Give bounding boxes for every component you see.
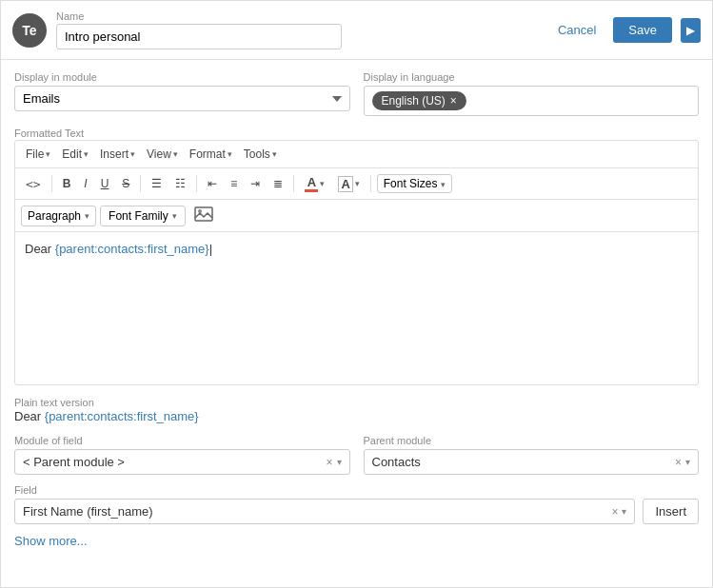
- bg-color-caret: ▾: [355, 179, 360, 188]
- module-of-field-group: Module of field < Parent module > × ▾: [14, 435, 350, 475]
- field-insert-row: Field First Name (first_name) × ▾ Insert: [14, 484, 699, 524]
- header-actions: Cancel Save ▶: [548, 17, 701, 43]
- image-icon: [194, 206, 213, 222]
- bold-button[interactable]: B: [58, 174, 76, 193]
- display-module-label: Display in module: [14, 71, 350, 83]
- display-row: Display in module Emails Display in lang…: [14, 71, 699, 116]
- parent-module-value: Contacts: [372, 455, 421, 469]
- editor-content: Dear {parent:contacts:first_name}|: [25, 242, 212, 256]
- strikethrough-button[interactable]: S: [117, 174, 134, 193]
- field-select[interactable]: First Name (first_name) × ▾: [14, 499, 635, 524]
- module-parent-row: Module of field < Parent module > × ▾ Pa…: [14, 435, 699, 475]
- ordered-list-button[interactable]: ☷: [170, 174, 190, 193]
- language-tag-text: English (US): [382, 94, 446, 108]
- svg-rect-0: [195, 207, 212, 221]
- module-of-field-value: < Parent module >: [23, 455, 125, 469]
- toolbar-row3: Paragraph ▾ Font Family ▾: [15, 200, 698, 232]
- formatted-text-label: Formatted Text: [14, 127, 84, 139]
- unordered-list-button[interactable]: ☰: [147, 174, 167, 193]
- underline-button[interactable]: U: [96, 174, 114, 193]
- view-menu-button[interactable]: View ▾: [142, 145, 183, 164]
- font-color-icon: A: [307, 175, 316, 189]
- body-content: Display in module Emails Display in lang…: [1, 60, 712, 559]
- paragraph-caret: ▾: [85, 211, 89, 221]
- italic-button[interactable]: I: [79, 174, 91, 193]
- formatted-text-section: Formatted Text File ▾ Edit ▾ Insert ▾: [14, 126, 699, 385]
- language-display-box: English (US) ×: [364, 86, 700, 116]
- module-of-field-caret[interactable]: ▾: [337, 457, 342, 467]
- field-controls: × ▾: [611, 505, 626, 519]
- toolbar-row1: File ▾ Edit ▾ Insert ▾ View ▾: [15, 141, 698, 168]
- separator5: [370, 175, 371, 192]
- plain-text-label: Plain text version: [14, 397, 94, 408]
- insert-caret: ▾: [130, 149, 135, 159]
- editor-variable: {parent:contacts:first_name}: [55, 242, 209, 256]
- align-justify-button[interactable]: ≣: [268, 174, 287, 193]
- font-sizes-label: Font Sizes: [384, 177, 438, 190]
- field-group: Field First Name (first_name) × ▾: [14, 484, 635, 524]
- font-family-label: Font Family: [109, 209, 168, 223]
- more-options-button[interactable]: ▶: [681, 18, 701, 43]
- name-label: Name: [56, 10, 539, 22]
- file-caret: ▾: [46, 149, 50, 159]
- format-menu-button[interactable]: Format ▾: [185, 145, 237, 164]
- formatted-text-editor: File ▾ Edit ▾ Insert ▾ View ▾: [14, 140, 699, 385]
- module-of-field-select[interactable]: < Parent module > × ▾: [14, 449, 350, 475]
- language-tag: English (US) ×: [372, 91, 466, 110]
- plain-text-variable: {parent:contacts:first_name}: [45, 409, 199, 423]
- font-family-dropdown[interactable]: Font Family ▾: [100, 206, 186, 226]
- parent-module-caret[interactable]: ▾: [685, 457, 690, 467]
- bg-color-icon: A: [338, 176, 352, 192]
- separator1: [51, 175, 52, 192]
- parent-module-controls: × ▾: [675, 456, 690, 469]
- image-button[interactable]: [189, 204, 218, 227]
- font-sizes-caret: ▾: [441, 180, 446, 189]
- code-button[interactable]: <>: [21, 174, 46, 194]
- cancel-button[interactable]: Cancel: [548, 17, 605, 43]
- separator3: [196, 175, 197, 192]
- parent-module-label: Parent module: [364, 435, 700, 446]
- tools-menu-button[interactable]: Tools ▾: [239, 145, 282, 164]
- show-more-link[interactable]: Show more...: [14, 534, 88, 548]
- align-right-button[interactable]: ⇥: [246, 174, 265, 193]
- field-label: Field: [14, 484, 635, 496]
- save-button[interactable]: Save: [613, 17, 672, 43]
- language-tag-close[interactable]: ×: [450, 94, 457, 108]
- module-of-field-controls: × ▾: [326, 456, 341, 469]
- name-input[interactable]: [56, 24, 342, 49]
- field-value: First Name (first_name): [23, 504, 153, 519]
- insert-button[interactable]: Insert: [643, 499, 699, 524]
- module-of-field-label: Module of field: [14, 435, 350, 446]
- parent-module-group: Parent module Contacts × ▾: [364, 435, 700, 475]
- tools-caret: ▾: [272, 149, 277, 159]
- separator2: [140, 175, 141, 192]
- display-language-label: Display in language: [364, 71, 700, 83]
- paragraph-label: Paragraph: [28, 209, 81, 223]
- font-sizes-button[interactable]: Font Sizes ▾: [377, 174, 452, 193]
- toolbar-row2: <> B I U S ☰ ☷ ⇤ ≡ ⇥ ≣: [15, 168, 698, 200]
- parent-module-select[interactable]: Contacts × ▾: [364, 449, 700, 475]
- name-section: Name: [56, 10, 539, 49]
- edit-menu-button[interactable]: Edit ▾: [57, 145, 93, 164]
- display-module-select[interactable]: Emails: [14, 86, 350, 111]
- module-of-field-clear[interactable]: ×: [326, 456, 332, 469]
- align-left-button[interactable]: ⇤: [203, 174, 222, 193]
- font-family-caret: ▾: [172, 211, 177, 221]
- bg-color-button[interactable]: A ▾: [333, 173, 364, 195]
- font-color-bar: [305, 189, 318, 192]
- format-caret: ▾: [228, 149, 232, 159]
- paragraph-dropdown[interactable]: Paragraph ▾: [21, 206, 96, 226]
- editor-area[interactable]: Dear {parent:contacts:first_name}|: [15, 232, 698, 384]
- plain-text-section: Plain text version Dear {parent:contacts…: [14, 395, 699, 423]
- font-color-button[interactable]: A ▾: [300, 172, 329, 195]
- show-more-container: Show more...: [14, 534, 699, 548]
- field-caret[interactable]: ▾: [622, 506, 626, 517]
- insert-menu-button[interactable]: Insert ▾: [95, 145, 140, 164]
- file-menu-button[interactable]: File ▾: [21, 145, 55, 164]
- plain-text-prefix: Dear: [14, 409, 45, 423]
- separator4: [293, 175, 294, 192]
- parent-module-clear[interactable]: ×: [675, 456, 682, 469]
- view-caret: ▾: [173, 149, 178, 159]
- align-center-button[interactable]: ≡: [226, 174, 242, 193]
- field-clear[interactable]: ×: [611, 505, 618, 519]
